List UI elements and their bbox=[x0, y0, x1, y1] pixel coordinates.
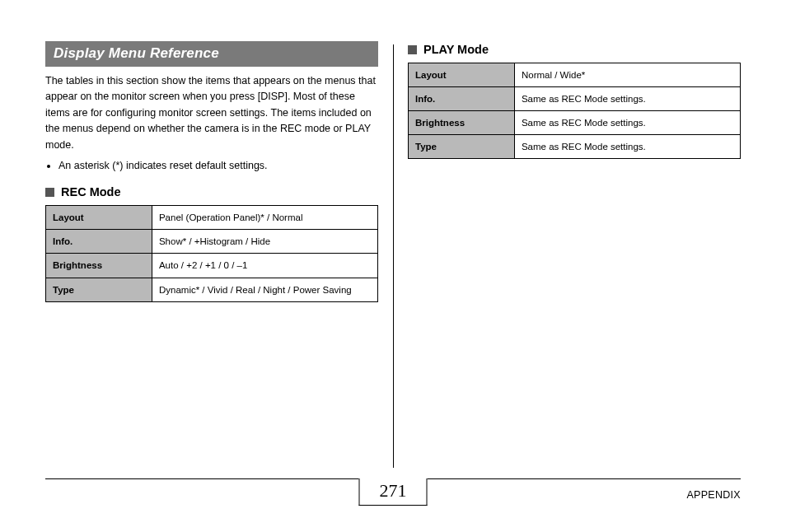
rec-mode-heading: REC Mode bbox=[45, 185, 378, 198]
cell-val: Auto / +2 / +1 / 0 / –1 bbox=[152, 254, 377, 278]
table-row: Brightness Auto / +2 / +1 / 0 / –1 bbox=[46, 254, 378, 278]
intro-note-bullet: An asterisk (*) indicates reset default … bbox=[58, 158, 378, 174]
play-mode-table: Layout Normal / Wide* Info. Same as REC … bbox=[408, 63, 741, 159]
cell-val: Show* / +Histogram / Hide bbox=[152, 230, 377, 254]
left-column: Display Menu Reference The tables in thi… bbox=[45, 41, 393, 461]
play-mode-heading: PLAY Mode bbox=[408, 43, 741, 56]
section-banner: Display Menu Reference bbox=[45, 41, 378, 67]
cell-key: Info. bbox=[409, 87, 515, 111]
intro-paragraph: The tables in this section show the item… bbox=[45, 73, 378, 153]
cell-key: Brightness bbox=[46, 254, 152, 278]
cell-val: Same as REC Mode settings. bbox=[514, 87, 740, 111]
cell-val: Panel (Operation Panel)* / Normal bbox=[152, 206, 377, 230]
two-column-layout: Display Menu Reference The tables in thi… bbox=[45, 41, 741, 461]
cell-val: Same as REC Mode settings. bbox=[514, 111, 740, 135]
cell-val: Dynamic* / Vivid / Real / Night / Power … bbox=[152, 278, 377, 301]
table-row: Layout Normal / Wide* bbox=[409, 63, 741, 87]
cell-key: Layout bbox=[409, 63, 515, 87]
page-footer: 271 APPENDIX bbox=[45, 478, 741, 507]
square-bullet-icon bbox=[45, 188, 54, 197]
table-row: Type Dynamic* / Vivid / Real / Night / P… bbox=[46, 278, 378, 301]
table-row: Info. Same as REC Mode settings. bbox=[409, 87, 741, 111]
cell-key: Type bbox=[46, 278, 152, 301]
rec-mode-heading-text: REC Mode bbox=[61, 185, 121, 198]
cell-key: Brightness bbox=[409, 111, 515, 135]
table-row: Type Same as REC Mode settings. bbox=[409, 135, 741, 159]
intro-note-list: An asterisk (*) indicates reset default … bbox=[45, 158, 378, 174]
cell-key: Type bbox=[409, 135, 515, 159]
table-row: Brightness Same as REC Mode settings. bbox=[409, 111, 741, 135]
play-mode-heading-text: PLAY Mode bbox=[423, 43, 489, 56]
table-row: Layout Panel (Operation Panel)* / Normal bbox=[46, 206, 378, 230]
page-container: Display Menu Reference The tables in thi… bbox=[45, 41, 741, 507]
rec-mode-table: Layout Panel (Operation Panel)* / Normal… bbox=[45, 205, 378, 301]
page-number: 271 bbox=[359, 478, 428, 506]
square-bullet-icon bbox=[408, 45, 417, 54]
footer-section-label: APPENDIX bbox=[686, 489, 741, 501]
cell-key: Info. bbox=[46, 230, 152, 254]
cell-key: Layout bbox=[46, 206, 152, 230]
right-column: PLAY Mode Layout Normal / Wide* Info. Sa… bbox=[393, 41, 741, 461]
column-divider bbox=[393, 44, 394, 468]
cell-val: Normal / Wide* bbox=[514, 63, 740, 87]
cell-val: Same as REC Mode settings. bbox=[514, 135, 740, 159]
table-row: Info. Show* / +Histogram / Hide bbox=[46, 230, 378, 254]
footer-row: 271 APPENDIX bbox=[45, 483, 741, 507]
